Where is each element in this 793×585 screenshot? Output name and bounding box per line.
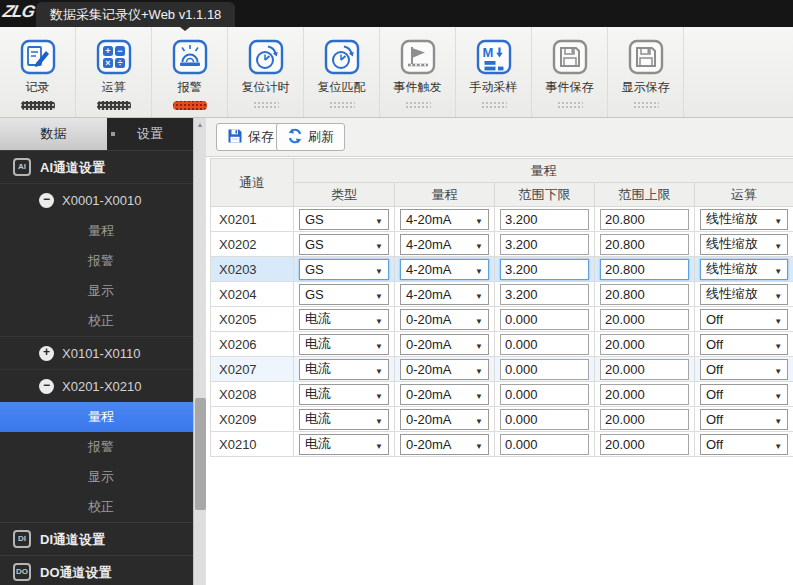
tab-data[interactable]: 数据 (0, 118, 107, 150)
upper-limit-input[interactable] (600, 309, 689, 330)
toolbar-label: 报警 (178, 79, 202, 96)
range-select[interactable]: 4-20mA (400, 209, 489, 230)
range-select[interactable]: 0-20mA (400, 434, 489, 455)
type-select[interactable]: GS (299, 209, 389, 230)
select-value: 0-20mA (406, 387, 452, 402)
chevron-down-icon (774, 362, 782, 377)
operation-select[interactable]: 线性缩放 (700, 234, 788, 255)
operation-select[interactable]: Off (700, 384, 788, 405)
lower-limit-input[interactable] (500, 384, 589, 405)
type-select[interactable]: 电流 (299, 334, 389, 355)
sidebar-item-calibration-1[interactable]: 校正 (0, 306, 193, 336)
type-select[interactable]: GS (299, 284, 389, 305)
upper-limit-input[interactable] (600, 384, 689, 405)
sidebar-scrollbar[interactable] (193, 118, 206, 585)
table-row: X0209 电流 0-20mA Off (211, 407, 793, 432)
sidebar-item-range-1[interactable]: 量程 (0, 216, 193, 246)
sidebar-item-display-1[interactable]: 显示 (0, 276, 193, 306)
refresh-button[interactable]: 刷新 (276, 123, 345, 151)
upper-limit-input[interactable] (600, 359, 689, 380)
toolbar-button-operation[interactable]: +−×÷ 运算 (76, 27, 152, 117)
toolbar-button-record[interactable]: 记录 (0, 27, 76, 117)
lower-limit-input[interactable] (500, 259, 589, 280)
type-select[interactable]: GS (299, 234, 389, 255)
lower-limit-input[interactable] (500, 434, 589, 455)
manual-sample-icon: M (475, 38, 513, 76)
toolbar-button-event-trigger[interactable]: 事件触发 (380, 27, 456, 117)
sidebar-item-do-channel-settings[interactable]: DO DO通道设置 (0, 555, 193, 585)
channel-label: X0203 (211, 257, 294, 282)
sidebar-item-x0201-x0210[interactable]: X0201-X0210 (0, 369, 193, 402)
lower-limit-input[interactable] (500, 209, 589, 230)
upper-limit-input[interactable] (600, 409, 689, 430)
save-button[interactable]: 保存 (216, 123, 285, 151)
operation-select[interactable]: Off (700, 309, 788, 330)
upper-limit-input[interactable] (600, 434, 689, 455)
range-select[interactable]: 4-20mA (400, 259, 489, 280)
type-select[interactable]: 电流 (299, 409, 389, 430)
sidebar-item-x0101-x0110[interactable]: X0101-X0110 (0, 336, 193, 369)
lower-limit-input[interactable] (500, 359, 589, 380)
sidebar-item-alarm-2[interactable]: 报警 (0, 432, 193, 462)
type-select[interactable]: 电流 (299, 384, 389, 405)
toolbar-button-alarm[interactable]: 报警 (152, 27, 228, 117)
range-select[interactable]: 0-20mA (400, 409, 489, 430)
toolbar-label: 事件保存 (546, 79, 594, 96)
sidebar-item-di-channel-settings[interactable]: DI DI通道设置 (0, 522, 193, 555)
sidebar-item-display-2[interactable]: 显示 (0, 462, 193, 492)
sidebar-item-ai-channel-settings[interactable]: AI AI通道设置 (0, 150, 193, 183)
toolbar-button-event-save[interactable]: 事件保存 (532, 27, 608, 117)
chevron-down-icon (475, 437, 483, 452)
toolbar-label: 记录 (26, 79, 50, 96)
operation-select[interactable]: 线性缩放 (700, 209, 788, 230)
range-select[interactable]: 0-20mA (400, 309, 489, 330)
lower-limit-input[interactable] (500, 409, 589, 430)
select-value: Off (706, 387, 723, 402)
type-select[interactable]: 电流 (299, 309, 389, 330)
lower-limit-input[interactable] (500, 309, 589, 330)
operation-select[interactable]: Off (700, 434, 788, 455)
tab-separator-dot (111, 132, 115, 136)
refresh-label: 刷新 (308, 128, 334, 146)
minus-circle-icon[interactable] (39, 193, 54, 208)
select-value: 线性缩放 (706, 235, 758, 253)
svg-text:×: × (105, 58, 110, 68)
toolbar-button-display-save[interactable]: 显示保存 (608, 27, 684, 117)
operation-select[interactable]: Off (700, 334, 788, 355)
toolbar-label: 手动采样 (470, 79, 518, 96)
sidebar-item-range-2[interactable]: 量程 (0, 402, 193, 432)
operation-select[interactable]: Off (700, 359, 788, 380)
sidebar-item-x0001-x0010[interactable]: X0001-X0010 (0, 183, 193, 216)
range-select[interactable]: 0-20mA (400, 384, 489, 405)
minus-circle-icon[interactable] (39, 379, 54, 394)
lower-limit-input[interactable] (500, 334, 589, 355)
upper-limit-input[interactable] (600, 284, 689, 305)
active-tab-pointer (180, 27, 190, 31)
toolbar-button-reset-match[interactable]: 复位匹配 (304, 27, 380, 117)
range-select[interactable]: 0-20mA (400, 359, 489, 380)
upper-limit-input[interactable] (600, 209, 689, 230)
scrollbar-thumb[interactable] (195, 398, 206, 510)
tab-settings[interactable]: 设置 (119, 118, 181, 150)
chevron-down-icon (774, 387, 782, 402)
operation-select[interactable]: 线性缩放 (700, 259, 788, 280)
type-select[interactable]: 电流 (299, 434, 389, 455)
type-select[interactable]: GS (299, 259, 389, 280)
scroll-up-icon[interactable] (194, 118, 206, 132)
range-select[interactable]: 0-20mA (400, 334, 489, 355)
plus-circle-icon[interactable] (39, 346, 54, 361)
operation-select[interactable]: 线性缩放 (700, 284, 788, 305)
range-select[interactable]: 4-20mA (400, 234, 489, 255)
toolbar-button-manual-sample[interactable]: M 手动采样 (456, 27, 532, 117)
operation-select[interactable]: Off (700, 409, 788, 430)
lower-limit-input[interactable] (500, 284, 589, 305)
lower-limit-input[interactable] (500, 234, 589, 255)
sidebar-item-calibration-2[interactable]: 校正 (0, 492, 193, 522)
toolbar-button-reset-timer[interactable]: 复位计时 (228, 27, 304, 117)
type-select[interactable]: 电流 (299, 359, 389, 380)
upper-limit-input[interactable] (600, 334, 689, 355)
upper-limit-input[interactable] (600, 234, 689, 255)
range-select[interactable]: 4-20mA (400, 284, 489, 305)
upper-limit-input[interactable] (600, 259, 689, 280)
sidebar-item-alarm-1[interactable]: 报警 (0, 246, 193, 276)
